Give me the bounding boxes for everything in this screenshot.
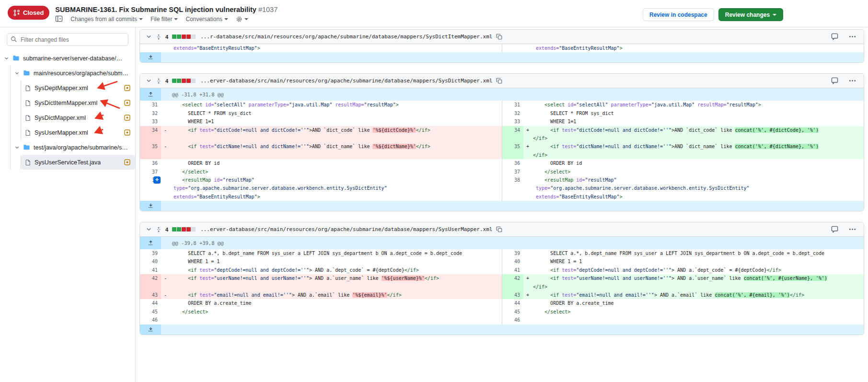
line-number[interactable]: 45 (502, 308, 523, 316)
tree-folder-main-resources-org-apache-subm-[interactable]: main/resources/org/apache/subm… (11, 66, 135, 81)
expand-hunk-button[interactable] (140, 88, 161, 101)
copy-path-button[interactable] (496, 226, 502, 232)
diff-row: 38+ <resultMap id="resultMap"38 <resultM… (140, 176, 864, 184)
expand-up-icon (148, 240, 154, 246)
line-number[interactable]: 35 (502, 142, 523, 159)
tree-file-sysdeptmapper-xml[interactable]: SysDeptMapper.xml (21, 81, 135, 95)
copy-path-button[interactable] (496, 78, 502, 84)
line-number[interactable]: 32 (502, 109, 523, 117)
diff-row: 34- <if test="dictCode!=null and dictCod… (140, 126, 864, 143)
collapse-file-button[interactable] (146, 226, 152, 232)
line-number[interactable]: 46 (140, 316, 161, 324)
line-number[interactable]: 37 (502, 168, 523, 176)
review-in-codespace-button[interactable]: Review in codespace (643, 8, 714, 21)
file-comment-button[interactable] (831, 77, 838, 84)
expand-hunk-button[interactable] (140, 237, 161, 249)
line-number[interactable]: 40 (502, 257, 523, 266)
line-number[interactable]: 44 (140, 299, 161, 307)
file-options-button[interactable] (849, 226, 856, 233)
line-number[interactable] (502, 193, 523, 201)
conversations-dropdown[interactable]: Conversations (185, 16, 228, 23)
diff-side-new: 38 <resultMap id="resultMap" (502, 176, 864, 184)
line-number[interactable]: 42 (140, 274, 161, 291)
file-icon (25, 159, 31, 166)
review-changes-button[interactable]: Review changes (718, 8, 783, 21)
expand-down-button[interactable] (140, 324, 161, 335)
diffstat-block (186, 79, 191, 83)
line-number[interactable]: 34 (502, 126, 523, 143)
file-comment-button[interactable] (831, 226, 838, 233)
comment-icon (831, 77, 838, 84)
diff-settings-dropdown[interactable] (236, 16, 248, 23)
diff-sign (523, 101, 532, 109)
file-options-button[interactable] (849, 77, 856, 84)
collapse-file-button[interactable] (146, 34, 152, 40)
line-number[interactable]: 41 (140, 266, 161, 274)
line-number[interactable]: 33 (140, 117, 161, 126)
code-cell: <if test="userName!=null and userName!='… (170, 274, 502, 291)
drag-handle[interactable] (156, 227, 162, 232)
expand-down-button[interactable] (140, 201, 161, 211)
line-number[interactable]: 41 (502, 266, 523, 274)
line-number[interactable] (140, 193, 161, 201)
line-number[interactable]: 39 (140, 249, 161, 257)
line-number[interactable]: 43 (140, 291, 161, 299)
line-number[interactable] (502, 44, 523, 52)
file-path[interactable]: ...r-database/src/main/resources/org/apa… (200, 34, 492, 40)
line-number[interactable]: 38 (502, 176, 523, 184)
line-number[interactable]: 44 (502, 299, 523, 307)
line-number[interactable]: 32 (140, 109, 161, 117)
line-number[interactable] (140, 184, 161, 192)
file-modified-icon (124, 115, 130, 121)
line-number[interactable]: 40 (140, 257, 161, 266)
line-number[interactable]: 36 (140, 159, 161, 167)
line-number[interactable] (140, 44, 161, 52)
diff-sign (523, 266, 532, 274)
line-number[interactable]: 45 (140, 308, 161, 316)
expand-up-icon (148, 92, 154, 98)
code-line: SELECT * FROM sys_dict (171, 109, 502, 117)
changes-from-dropdown[interactable]: Changes from all commits (70, 16, 143, 23)
file-path[interactable]: ...erver-database/src/main/resources/org… (200, 226, 492, 232)
line-number[interactable]: 35 (140, 142, 161, 159)
line-number[interactable]: 36 (502, 159, 523, 167)
line-number[interactable] (502, 184, 523, 192)
folder-icon (23, 69, 30, 77)
line-number[interactable]: 37 (140, 168, 161, 176)
file-options-button[interactable] (849, 33, 856, 40)
line-number[interactable]: 42 (502, 274, 523, 291)
copy-path-button[interactable] (496, 34, 502, 40)
tree-file-sysuserservicetest-java[interactable]: SysUserServiceTest.java (21, 155, 135, 170)
tree-file-sysusermapper-xml[interactable]: SysUserMapper.xml (21, 125, 135, 140)
line-number[interactable]: 33 (502, 117, 523, 126)
line-number[interactable]: 43 (502, 291, 523, 299)
code-line: type="org.apache.submarine.server.databa… (533, 184, 864, 192)
drag-handle[interactable] (156, 34, 162, 40)
collapse-file-button[interactable] (146, 78, 152, 84)
diff-side-new: 41 <if test="deptCode!=null and deptCode… (502, 266, 864, 274)
sidebar-toggle-button[interactable] (55, 15, 63, 23)
diff-side-new: 32 SELECT * FROM sys_dict (502, 109, 864, 117)
code-line: </select> (171, 168, 502, 176)
tree-file-sysdictmapper-xml[interactable]: SysDictMapper.xml (21, 110, 135, 125)
file-filter-dropdown[interactable]: File filter (150, 16, 178, 23)
line-number[interactable]: 46 (502, 316, 523, 324)
tree-folder-test-java-org-apache-submarine-s-[interactable]: test/java/org/apache/submarine/s… (11, 140, 135, 155)
add-comment-button[interactable]: + (153, 176, 161, 184)
diff-file-card: 4...erver-database/src/main/resources/or… (139, 73, 864, 211)
tree-folder-submarine-server-server-database-[interactable]: submarine-server/server-database/… (0, 51, 135, 66)
expand-down-button[interactable] (140, 52, 161, 62)
line-number[interactable]: 31 (502, 101, 523, 109)
filter-changed-files-input[interactable] (7, 33, 128, 46)
diffstat-count: 4 (165, 227, 168, 232)
file-path[interactable]: ...erver-database/src/main/resources/org… (200, 78, 492, 84)
diff-sign: + (523, 274, 532, 291)
file-comment-button[interactable] (831, 33, 838, 40)
tree-file-sysdictitemmapper-xml[interactable]: SysDictItemMapper.xml (21, 95, 135, 110)
code-cell: WHERE 1=1 (532, 117, 864, 126)
drag-handle[interactable] (156, 78, 162, 84)
line-number[interactable]: 39 (502, 249, 523, 257)
line-number[interactable]: 31 (140, 101, 161, 109)
line-number[interactable]: 38+ (140, 176, 161, 184)
line-number[interactable]: 34 (140, 126, 161, 143)
